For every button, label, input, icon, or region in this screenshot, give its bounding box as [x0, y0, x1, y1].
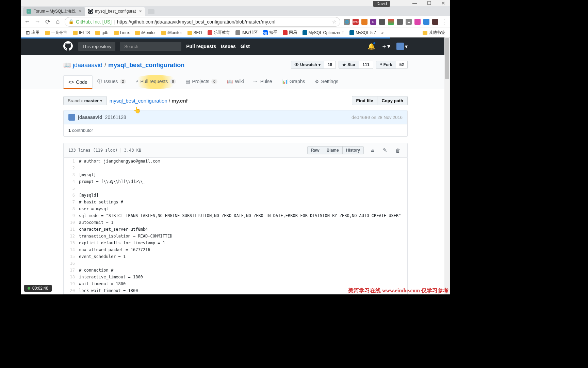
code-line: [mysql] — [79, 171, 407, 178]
apps-button[interactable]: ⊞应用 — [24, 29, 42, 36]
code-line: # connection # — [79, 267, 407, 274]
commit-info: jdaaaaavid 20161128 de34680 on 28 Nov 20… — [63, 110, 408, 124]
bookmark-item[interactable]: iMonitor — [133, 29, 158, 36]
scrollbar[interactable] — [444, 37, 450, 294]
code-icon: <> — [68, 79, 74, 85]
search-input[interactable] — [120, 42, 181, 51]
commit-author[interactable]: jdaaaaavid — [78, 114, 102, 120]
tab-issues[interactable]: ⓘIssues2 — [93, 75, 131, 89]
tab-favicon — [88, 9, 93, 14]
breadcrumb: mysql_best_configuration / my.cnf — [110, 98, 188, 104]
extension-icon[interactable] — [423, 19, 429, 25]
bookmark-item[interactable]: Linux — [112, 29, 132, 36]
raw-button[interactable]: Raw — [307, 146, 323, 154]
nav-gist[interactable]: Gist — [241, 44, 250, 49]
find-file-button[interactable]: Find file — [352, 96, 378, 105]
repo-name-link[interactable]: mysql_best_configuration — [108, 62, 184, 69]
close-icon[interactable]: × — [79, 9, 81, 14]
new-tab-button[interactable] — [148, 9, 154, 14]
blame-button[interactable]: Blame — [323, 146, 343, 154]
minimize-button[interactable]: — — [411, 1, 419, 5]
code-line: explicit_defaults_for_timestamp = 1 — [79, 240, 407, 246]
nav-pull-requests[interactable]: Pull requests — [186, 44, 216, 49]
browser-tab-1[interactable]: mysql_best_configurat × — [85, 7, 145, 16]
search-scope[interactable]: This repository — [78, 42, 115, 51]
address-bar[interactable]: 🔒 GitHub, Inc. [US] | https://github.com… — [65, 17, 340, 27]
branch-select[interactable]: Branch: master ▾ — [63, 96, 107, 105]
fork-icon: ⑂ — [380, 62, 382, 67]
star-button[interactable]: ★Star 111 — [339, 61, 373, 69]
desktop-icon[interactable]: 🖥 — [367, 146, 377, 155]
tab-settings[interactable]: ⚙Settings — [310, 75, 343, 89]
delete-icon[interactable]: 🗑 — [393, 146, 403, 155]
bookmark-item[interactable]: iMonitor — [159, 29, 184, 36]
close-icon[interactable]: × — [139, 9, 142, 14]
bookmark-item[interactable]: 网易 — [281, 29, 299, 36]
tab-code[interactable]: <>Code — [63, 75, 93, 89]
notifications-icon[interactable]: 🔔 — [368, 43, 375, 50]
extension-icon[interactable]: 1013 — [353, 19, 359, 25]
bookmark-item[interactable]: MySQL Optimizer T — [300, 29, 346, 36]
bookmark-overflow[interactable]: » — [379, 29, 386, 36]
bookmark-item[interactable]: SEO — [185, 29, 204, 36]
browser-tab-0[interactable]: • Forum – MySQL上海线 × — [23, 7, 85, 16]
commit-message[interactable]: 20161128 — [105, 114, 126, 120]
line-number: 18 — [64, 274, 79, 280]
maximize-button[interactable]: ☐ — [425, 1, 433, 5]
back-button[interactable]: ← — [24, 18, 31, 25]
extension-icon[interactable] — [414, 19, 421, 25]
create-new-icon[interactable]: ＋▾ — [381, 42, 390, 50]
nav-issues[interactable]: Issues — [221, 44, 236, 49]
copy-path-button[interactable]: Copy path — [377, 96, 408, 105]
repo-icon: 📖 — [63, 61, 71, 69]
other-bookmarks[interactable]: 其他书签 — [421, 29, 447, 36]
home-button[interactable]: ⌂ — [54, 18, 61, 25]
github-logo-icon[interactable] — [63, 41, 74, 51]
bookmark-item[interactable]: MySQL 5.7 — [347, 29, 378, 36]
bookmark-item[interactable]: 乐哥教育 — [206, 29, 232, 36]
extension-icon[interactable] — [397, 19, 403, 25]
bookmark-item[interactable]: 知知乎 — [261, 29, 279, 36]
extension-icon[interactable] — [379, 19, 385, 25]
tab-wiki[interactable]: 📖Wiki — [222, 75, 248, 89]
bookmark-star-icon[interactable]: ☆ — [332, 19, 337, 25]
repo-owner-link[interactable]: jdaaaaavid — [73, 62, 102, 69]
menu-icon[interactable]: ⋮ — [441, 18, 447, 26]
bookmark-item[interactable]: gdb — [93, 29, 110, 36]
extension-icon[interactable] — [361, 19, 368, 25]
reload-button[interactable]: ⟳ — [44, 18, 51, 25]
tab-pulse[interactable]: 〰Pulse — [249, 75, 277, 89]
tab-graphs[interactable]: 📊Graphs — [277, 75, 310, 89]
bookmark-item[interactable]: 一充夺宝 — [43, 29, 69, 36]
line-number: 13 — [64, 240, 79, 246]
code-line: sql_mode = "STRICT_TRANS_TABLES,NO_ENGIN… — [79, 212, 407, 219]
bookmark-item[interactable]: IELTS — [71, 29, 92, 36]
fork-button[interactable]: ⑂Fork 52 — [376, 61, 408, 69]
tab-pull-requests[interactable]: ⑂Pull requests0 — [131, 75, 181, 89]
line-number: 12 — [64, 233, 79, 240]
close-button[interactable]: ✕ — [440, 1, 447, 5]
extension-icon[interactable] — [432, 19, 438, 25]
history-button[interactable]: History — [342, 146, 364, 154]
commit-hash[interactable]: de34680 — [352, 115, 370, 120]
extension-icon[interactable] — [388, 19, 394, 25]
code-line — [79, 260, 407, 267]
avatar — [396, 43, 404, 50]
breadcrumb-root[interactable]: mysql_best_configuration — [110, 98, 167, 104]
profile-menu[interactable]: ▾ — [396, 43, 408, 50]
extension-icon[interactable]: 🌐 — [344, 19, 350, 25]
extension-icon[interactable]: ☁ — [406, 19, 412, 25]
code-line: prompt = [\\u@\\h][\\d]>\\_ — [79, 178, 407, 185]
extension-icon[interactable]: N — [370, 19, 376, 25]
edit-icon[interactable]: ✎ — [380, 146, 390, 155]
file-lines: 133 lines (119 sloc) — [68, 148, 118, 153]
issues-icon: ⓘ — [97, 78, 102, 85]
url-text: https://github.com/jdaaaaavid/mysql_best… — [117, 19, 276, 25]
bookmark-item[interactable]: IMG社区 — [233, 29, 260, 36]
code-line: interactive_timeout = 1800 — [79, 274, 407, 280]
pr-icon: ⑂ — [135, 79, 138, 84]
file-header: 133 lines (119 sloc) | 3.43 KB Raw Blame… — [63, 143, 408, 158]
watch-button[interactable]: 👁Unwatch▾ 18 — [291, 61, 336, 69]
tab-projects[interactable]: ▤Projects0 — [181, 75, 222, 89]
forward-button[interactable]: → — [34, 18, 41, 25]
